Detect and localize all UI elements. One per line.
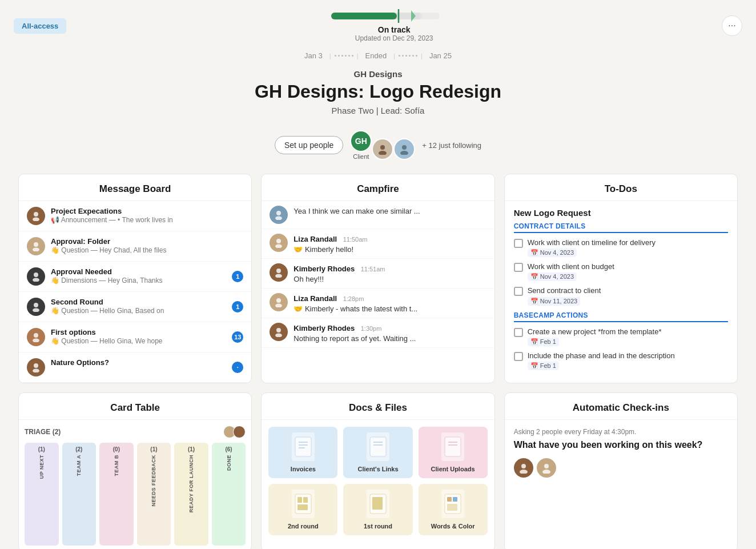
doc-client-uploads[interactable]: Client Uploads [419, 427, 488, 478]
msg-avatar-1 [27, 237, 45, 255]
campfire-msg-0[interactable]: Yea I think we can make one similar ... [262, 201, 494, 229]
msg-badge-5: · [232, 362, 243, 373]
svg-rect-31 [295, 437, 311, 456]
cf-text-3: 🤝 Kimberly - whats the latest with t... [293, 304, 417, 313]
cf-time-3: 1:28pm [343, 295, 364, 302]
todos-section-label-1: Basecamp actions [514, 311, 728, 322]
cf-avatar-1 [270, 234, 288, 252]
svg-point-17 [34, 333, 38, 338]
svg-point-16 [33, 308, 39, 312]
svg-point-24 [275, 245, 282, 249]
svg-point-28 [275, 304, 282, 308]
on-track-status: On track [378, 25, 411, 34]
svg-rect-35 [370, 437, 386, 456]
project-company: GH Designs [0, 69, 756, 79]
todo-item-0[interactable]: Work with client on timeline for deliver… [514, 238, 728, 257]
cf-avatar-3 [270, 293, 288, 311]
msg-item-3[interactable]: Second Round 👋 Question — Hello Gina, Ba… [19, 292, 251, 322]
campfire-msg-1[interactable]: Liza Randall 11:50am 🤝 Kimberly hello! [262, 229, 494, 259]
doc-1st-round[interactable]: 1st round [343, 484, 412, 535]
todos-section-label-0: Contract details [514, 222, 728, 233]
msg-title-3: Second Round [51, 298, 164, 306]
cf-time-2: 11:51am [361, 266, 385, 273]
svg-rect-49 [453, 497, 457, 502]
todo-checkbox-0[interactable] [514, 239, 523, 248]
todo-item-1[interactable]: Work with client on budget 📅 Nov 4, 2023 [514, 262, 728, 281]
svg-point-14 [33, 278, 39, 282]
doc-clients-links[interactable]: Client's Links [343, 427, 412, 478]
svg-point-52 [520, 470, 528, 474]
msg-item-4[interactable]: First options 👋 Question — Hello Gina, W… [19, 322, 251, 352]
svg-point-54 [542, 470, 550, 474]
msg-avatar-2 [27, 267, 45, 286]
svg-point-10 [33, 218, 39, 222]
msg-title-0: Project Expecations [51, 207, 173, 215]
svg-point-11 [34, 242, 38, 247]
svg-rect-4 [420, 13, 440, 19]
svg-marker-3 [411, 10, 416, 22]
msg-avatar-0 [27, 207, 45, 225]
svg-point-22 [275, 217, 282, 221]
timeline-middle: Ended [362, 51, 391, 60]
svg-point-12 [33, 248, 39, 252]
doc-title-2: Client Uploads [431, 466, 475, 472]
docs-files-card: Docs & Files Invoices Client's Links Cli… [261, 392, 494, 549]
doc-title-4: 1st round [364, 523, 392, 530]
col-team-a: (2) TEAM A [62, 443, 96, 546]
all-access-badge: All-access [14, 18, 66, 34]
msg-title-4: First options [51, 328, 163, 336]
svg-point-9 [34, 212, 38, 217]
setup-people-button[interactable]: Set up people [275, 136, 343, 154]
msg-badge-4: 13 [232, 331, 243, 343]
col-needs-feedback: (1) NEEDS FEEDBACK [137, 443, 171, 546]
svg-point-8 [400, 151, 408, 155]
col-team-b: (0) TEAM B [99, 443, 134, 546]
svg-point-53 [544, 464, 549, 468]
campfire-msg-4[interactable]: Kimberly Rhodes 1:30pm Nothing to report… [262, 318, 494, 348]
todo-checkbox-4[interactable] [514, 352, 523, 361]
cf-text-2: Oh hey!!! [293, 275, 385, 283]
msg-subtitle-2: 👋 Dimensions — Hey Gina, Thanks [51, 276, 163, 284]
cf-avatar-0 [270, 206, 288, 224]
todo-checkbox-3[interactable] [514, 328, 523, 337]
cf-time-1: 11:50am [343, 236, 368, 243]
doc-invoices[interactable]: Invoices [268, 427, 337, 478]
todo-checkbox-2[interactable] [514, 287, 523, 296]
campfire-msg-2[interactable]: Kimberly Rhodes 11:51am Oh hey!!! [262, 259, 494, 288]
message-board-title: Message Board [19, 174, 251, 201]
more-button[interactable]: ··· [722, 15, 742, 36]
todo-text-1: Work with client on budget [528, 262, 614, 272]
client-avatar: GH [350, 130, 372, 152]
col-done: (6) DONE [212, 443, 246, 546]
todo-item-2[interactable]: Send contract to client 📅 Nov 11, 2023 [514, 286, 728, 305]
project-header: GH Designs GH Designs: Logo Redesign Pha… [0, 62, 756, 120]
docs-files-title: Docs & Files [262, 393, 494, 420]
main-grid: Message Board Project Expecations 📢 Anno… [0, 165, 756, 392]
msg-item-2[interactable]: Approval Needed 👋 Dimensions — Hey Gina,… [19, 262, 251, 292]
updated-label: Updated on Dec 29, 2023 [355, 34, 433, 42]
project-title: GH Designs: Logo Redesign [0, 81, 756, 102]
doc-2nd-round[interactable]: 2nd round [268, 484, 337, 535]
docs-grid: Invoices Client's Links Client Uploads 2… [262, 420, 494, 542]
msg-avatar-4 [27, 328, 45, 346]
doc-words-color[interactable]: Words & Color [419, 484, 488, 535]
todo-checkbox-1[interactable] [514, 263, 523, 272]
todo-item-3[interactable]: Create a new project *from the template*… [514, 327, 728, 346]
svg-rect-43 [303, 497, 308, 503]
msg-item-1[interactable]: Approval: Folder 👋 Question — Hey Chad, … [19, 231, 251, 262]
svg-point-5 [380, 145, 385, 150]
svg-point-26 [275, 274, 282, 278]
svg-rect-42 [297, 497, 302, 503]
header-center: On track Updated on Dec 29, 2023 [66, 9, 722, 42]
columns-container: (1) UP NEXT (2) TEAM A (0) TEAM B (1) NE… [25, 443, 246, 546]
msg-item-0[interactable]: Project Expecations 📢 Announcement — • T… [19, 201, 251, 231]
triage-av-2 [233, 426, 246, 438]
campfire-msg-3[interactable]: Liza Randall 1:28pm 🤝 Kimberly - whats t… [262, 288, 494, 318]
campfire-card: Campfire Yea I think we can make one sim… [261, 174, 494, 383]
msg-subtitle-4: 👋 Question — Hello Gina, We hope [51, 337, 163, 345]
cf-name-1: Liza Randall [293, 235, 337, 243]
todo-item-4[interactable]: Include the phase and lead in the descri… [514, 351, 728, 370]
msg-item-5[interactable]: Nature Options? · [19, 352, 251, 383]
msg-title-2: Approval Needed [51, 267, 163, 276]
client-avatar-wrapper: GH Client [350, 130, 372, 160]
